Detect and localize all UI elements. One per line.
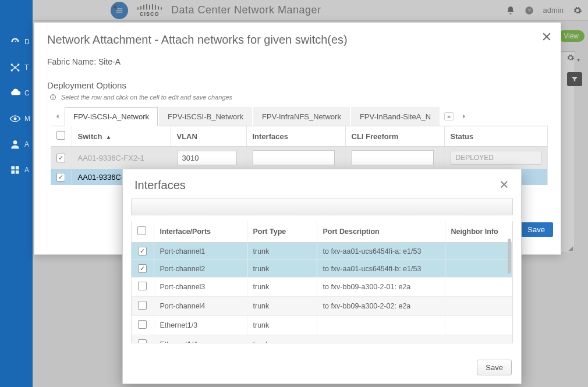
cisco-logo: CISCO [136, 3, 163, 17]
row-checkbox[interactable] [138, 320, 147, 329]
svg-rect-20 [16, 166, 19, 169]
col-status[interactable]: Status [444, 126, 548, 147]
svg-text:CISCO: CISCO [140, 11, 160, 17]
save-button[interactable]: Save [477, 360, 512, 375]
nav-control[interactable]: C [0, 80, 33, 106]
nav-dashboard[interactable]: D [0, 29, 33, 55]
interface-name: Ethernet1/3 [154, 316, 247, 335]
row-checkbox[interactable] [138, 247, 147, 255]
help-icon[interactable]: ? [525, 6, 534, 15]
port-description: to fxv-bb09-a300-2-01: e2a [317, 278, 445, 297]
table-row[interactable]: Port-channel3trunkto fxv-bb09-a300-2-01:… [132, 278, 512, 297]
tab-fpv-iscsi-b[interactable]: FPV-iSCSI-B_Network [159, 107, 252, 126]
svg-text:?: ? [527, 8, 530, 13]
interface-name: Port-channel4 [154, 297, 247, 316]
interfaces-input[interactable] [253, 150, 335, 165]
filter-icon[interactable] [567, 72, 582, 86]
row-checkbox[interactable] [56, 173, 65, 182]
switch-name: AA01-9336C-FX2-1 [78, 154, 144, 162]
interfaces-title: Interfaces [134, 179, 186, 192]
port-type: trunk [247, 260, 317, 278]
interfaces-table: Interface/Ports Port Type Port Descripti… [132, 221, 512, 343]
table-row[interactable]: Port-channel4trunkto fxv-bb09-a300-2-02:… [132, 297, 512, 316]
col-cli[interactable]: CLI Freeform [345, 126, 444, 147]
modal-title: Network Attachment - Attach networks for… [47, 33, 548, 47]
view-pill[interactable]: View [558, 30, 585, 42]
panel-gear-icon[interactable]: ▾ [566, 54, 580, 64]
left-nav: D T C M A A [0, 0, 33, 387]
interfaces-modal: Interfaces Interface/Ports Port Type Por… [122, 169, 522, 384]
col-neighbor[interactable]: Neighbor Info [445, 221, 512, 243]
save-button[interactable]: Save [519, 222, 553, 237]
user-label[interactable]: admin [543, 6, 564, 15]
header-checkbox[interactable] [137, 226, 146, 235]
port-description [317, 316, 445, 335]
nav-admin[interactable]: A [0, 132, 33, 157]
gear-icon[interactable] [573, 6, 582, 15]
bell-icon[interactable] [506, 6, 515, 15]
tab-fpv-iscsi-a[interactable]: FPV-iSCSI-A_Network [65, 107, 158, 126]
nav-monitor[interactable]: M [0, 106, 33, 132]
table-row[interactable]: Port-channel1trunkto fxv-aa01-ucs6454fi-… [132, 243, 512, 260]
port-description: to fxv-aa01-ucs6454fi-a: e1/53 [317, 243, 445, 260]
interface-name: Port-channel3 [154, 278, 247, 297]
tab-fpv-infranfs[interactable]: FPV-InfraNFS_Network [253, 107, 350, 126]
port-type: trunk [247, 278, 317, 297]
table-row[interactable]: AA01-9336C-FX2-1 3010 DEPLOYED [51, 147, 548, 169]
svg-point-18 [13, 140, 17, 144]
col-vlan[interactable]: VLAN [171, 126, 246, 147]
fabric-label: Fabric Name: Site-A [47, 57, 548, 66]
col-interfaces[interactable]: Interfaces [246, 126, 345, 147]
row-checkbox[interactable] [138, 301, 147, 310]
resize-handle-icon[interactable]: ◢ [568, 244, 573, 252]
vlan-input[interactable]: 3010 [177, 151, 238, 165]
network-tabs: FPV-iSCSI-A_Network FPV-iSCSI-B_Network … [51, 106, 548, 126]
interface-name: Port-channel1 [154, 243, 247, 260]
col-interface[interactable]: Interface/Ports [154, 221, 247, 243]
neighbor-info [445, 316, 512, 335]
info-icon [49, 94, 56, 101]
row-checkbox[interactable] [56, 154, 65, 162]
row-checkbox[interactable] [138, 282, 147, 290]
port-type: trunk [247, 297, 317, 316]
col-porttype[interactable]: Port Type [247, 221, 317, 243]
tab-fpv-inband[interactable]: FPV-InBand-SiteA_N [351, 107, 440, 126]
col-switch[interactable]: Switch▲ [72, 126, 171, 147]
table-row[interactable]: Ethernet1/3trunk [132, 316, 512, 335]
port-description [317, 335, 445, 344]
nav-apps[interactable]: A [0, 157, 33, 183]
interfaces-toolbar [131, 198, 513, 215]
port-type: trunk [247, 243, 317, 260]
status-badge: DEPLOYED [451, 151, 542, 165]
pin-icon[interactable] [112, 3, 120, 16]
port-description: to fxv-bb09-a300-2-02: e2a [317, 297, 445, 316]
row-checkbox[interactable] [138, 339, 147, 343]
close-icon[interactable] [499, 179, 509, 192]
table-row[interactable]: Ethernet1/4trunk [132, 335, 512, 344]
tabs-prev-icon[interactable] [51, 113, 65, 120]
cli-input[interactable] [352, 150, 434, 165]
row-checkbox[interactable] [138, 264, 147, 273]
svg-rect-21 [11, 171, 15, 174]
tabs-overflow-icon[interactable]: » [444, 112, 454, 120]
header-checkbox[interactable] [56, 131, 65, 140]
port-description: to fxv-aa01-ucs6454fi-b: e1/53 [317, 260, 445, 278]
interface-name: Ethernet1/4 [154, 335, 247, 344]
col-portdesc[interactable]: Port Description [317, 221, 445, 243]
table-row[interactable]: Port-channel2trunkto fxv-aa01-ucs6454fi-… [132, 260, 512, 278]
topbar: CISCO Data Center Network Manager ? admi… [0, 0, 588, 21]
svg-rect-19 [11, 166, 15, 169]
scrollbar[interactable] [508, 239, 511, 274]
neighbor-info [445, 278, 512, 297]
interfaces-table-wrap: Interface/Ports Port Type Port Descripti… [131, 221, 513, 343]
svg-rect-24 [53, 97, 54, 99]
close-icon[interactable] [541, 29, 552, 47]
sort-asc-icon: ▲ [105, 134, 111, 140]
neighbor-info [445, 297, 512, 316]
tabs-next-icon[interactable] [457, 113, 471, 120]
nav-topology[interactable]: T [0, 55, 33, 80]
port-type: trunk [247, 335, 317, 344]
svg-point-17 [14, 118, 17, 120]
neighbor-info [445, 243, 512, 260]
deployment-options-label: Deployment Options [47, 80, 548, 90]
